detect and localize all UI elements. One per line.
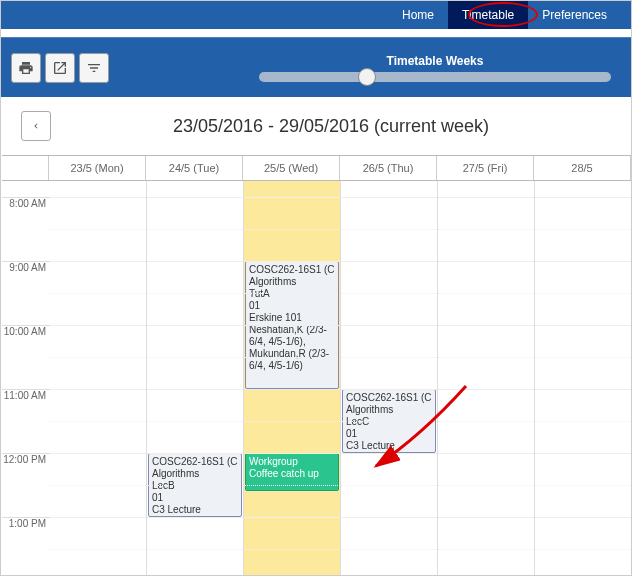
day-header-wed[interactable]: 25/5 (Wed): [243, 156, 340, 180]
grid-body: 8:00 AM 9:00 AM 10:00 AM 11:00 AM 12:00 …: [2, 181, 631, 576]
day-header-sat[interactable]: 28/5: [534, 156, 631, 180]
time-label: 8:00 AM: [2, 197, 50, 261]
export-icon: [52, 60, 68, 76]
day-col-fri: [438, 181, 535, 576]
print-icon: [18, 60, 34, 76]
top-nav: Home Timetable Preferences: [1, 1, 631, 29]
slider-label: Timetable Weeks: [249, 54, 621, 68]
toolbar: Timetable Weeks: [1, 37, 631, 97]
slider-thumb[interactable]: [358, 68, 376, 86]
nav-preferences[interactable]: Preferences: [528, 1, 621, 29]
day-header-mon[interactable]: 23/5 (Mon): [49, 156, 146, 180]
nav-timetable[interactable]: Timetable: [448, 1, 528, 29]
day-col-tue: COSC262-16S1 (C Algorithms LecB 01 C3 Le…: [147, 181, 244, 576]
time-label: 11:00 AM: [2, 389, 50, 453]
time-label: 10:00 AM: [2, 325, 50, 389]
day-header-fri[interactable]: 27/5 (Fri): [437, 156, 534, 180]
day-col-mon: [50, 181, 147, 576]
prev-week-button[interactable]: [21, 111, 51, 141]
weeks-slider[interactable]: [259, 72, 611, 82]
grid-header: 23/5 (Mon) 24/5 (Tue) 25/5 (Wed) 26/5 (T…: [2, 155, 631, 181]
print-button[interactable]: [11, 53, 41, 83]
timetable-grid: 23/5 (Mon) 24/5 (Tue) 25/5 (Wed) 26/5 (T…: [2, 155, 631, 576]
time-column: 8:00 AM 9:00 AM 10:00 AM 11:00 AM 12:00 …: [2, 181, 50, 576]
chevron-left-icon: [31, 121, 41, 131]
date-header: 23/05/2016 - 29/05/2016 (current week): [1, 97, 631, 155]
day-col-wed: COSC262-16S1 (C Algorithms TutA 01 Erski…: [244, 181, 341, 576]
filter-icon: [86, 60, 102, 76]
day-col-thu: COSC262-16S1 (C Algorithms LecC 01 C3 Le…: [341, 181, 438, 576]
time-label: 1:00 PM: [2, 517, 50, 576]
time-label: 12:00 PM: [2, 453, 50, 517]
time-label: 9:00 AM: [2, 261, 50, 325]
nav-home[interactable]: Home: [388, 1, 448, 29]
filter-button[interactable]: [79, 53, 109, 83]
day-header-thu[interactable]: 26/5 (Thu): [340, 156, 437, 180]
day-col-sat: [535, 181, 632, 576]
date-range-title: 23/05/2016 - 29/05/2016 (current week): [51, 116, 611, 137]
export-button[interactable]: [45, 53, 75, 83]
day-header-tue[interactable]: 24/5 (Tue): [146, 156, 243, 180]
